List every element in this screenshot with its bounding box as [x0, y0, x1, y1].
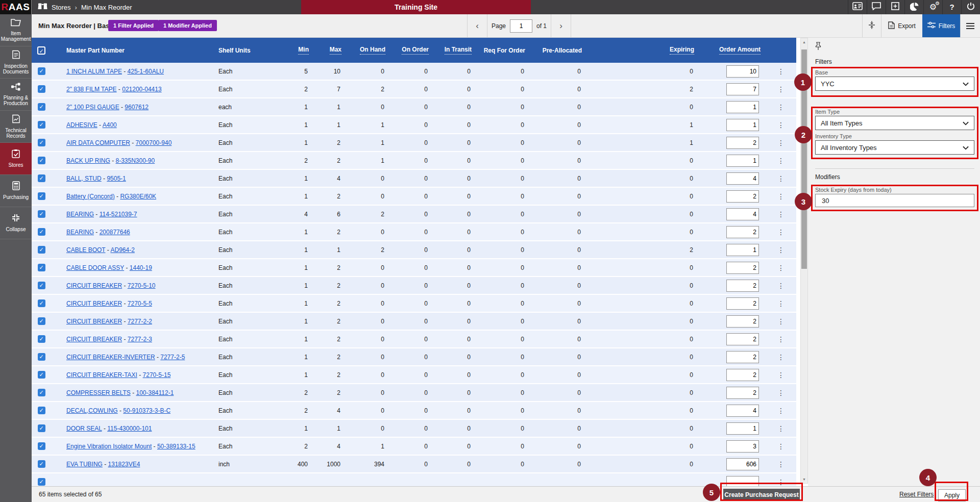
- order-amount-input[interactable]: [726, 262, 759, 274]
- order-amount-input[interactable]: [726, 440, 759, 453]
- topbar-icon-button[interactable]: ⚙⚙: [923, 0, 942, 14]
- column-header-max[interactable]: Max: [314, 46, 347, 55]
- row-checkbox[interactable]: ✓: [38, 103, 45, 111]
- part-name-link[interactable]: BEARING: [66, 211, 94, 218]
- order-amount-input[interactable]: [726, 172, 759, 185]
- row-menu-icon[interactable]: ⋮: [766, 192, 796, 200]
- row-menu-icon[interactable]: ⋮: [766, 210, 796, 218]
- order-amount-input[interactable]: [726, 190, 759, 203]
- part-name-link[interactable]: 2" 838 FILM TAPE: [66, 86, 117, 93]
- part-name-link[interactable]: 1 INCH ALUM TAPE: [66, 68, 122, 75]
- part-number-link[interactable]: A400: [103, 121, 117, 129]
- collapse-rows-button[interactable]: [862, 14, 881, 37]
- row-menu-icon[interactable]: ⋮: [766, 442, 796, 450]
- row-menu-icon[interactable]: ⋮: [766, 246, 796, 254]
- row-menu-icon[interactable]: ⋮: [766, 103, 796, 111]
- part-name-link[interactable]: BALL, STUD: [66, 175, 102, 182]
- pin-icon[interactable]: [815, 42, 821, 53]
- row-checkbox[interactable]: ✓: [38, 335, 45, 343]
- create-purchase-request-button[interactable]: Create Purchase Request: [723, 489, 800, 501]
- scrollbar-thumb[interactable]: [801, 49, 807, 269]
- next-page-button[interactable]: ›: [551, 21, 571, 31]
- part-name-link[interactable]: BEARING: [66, 229, 94, 236]
- order-amount-input[interactable]: [726, 208, 759, 220]
- column-header-master_part_number[interactable]: Master Part Number: [51, 47, 214, 54]
- order-amount-input[interactable]: [726, 405, 759, 417]
- part-number-link[interactable]: 021200-04413: [122, 86, 161, 93]
- part-number-link[interactable]: 9607612: [125, 104, 149, 111]
- part-number-link[interactable]: 7270-5-5: [128, 300, 152, 307]
- part-name-link[interactable]: ADHESIVE: [66, 121, 97, 129]
- part-number-link[interactable]: 200877646: [100, 229, 130, 236]
- row-checkbox[interactable]: ✓: [38, 121, 45, 129]
- part-name-link[interactable]: DOOR SEAL: [66, 425, 102, 432]
- prev-page-button[interactable]: ‹: [468, 21, 487, 31]
- part-number-link[interactable]: RG380E/60K: [120, 193, 156, 200]
- order-amount-input[interactable]: [726, 101, 759, 113]
- breadcrumb-section[interactable]: Stores: [52, 4, 71, 11]
- row-checkbox[interactable]: ✓: [38, 460, 45, 468]
- part-name-link[interactable]: CIRCUIT BREAKER: [66, 318, 122, 325]
- row-checkbox[interactable]: ✓: [38, 424, 45, 432]
- part-number-link[interactable]: 7270-5-15: [143, 371, 171, 379]
- order-amount-input[interactable]: [726, 351, 759, 363]
- row-checkbox[interactable]: ✓: [38, 246, 45, 254]
- row-checkbox[interactable]: ✓: [38, 139, 45, 146]
- order-amount-input[interactable]: [726, 137, 759, 149]
- column-header-order_amount[interactable]: Order Amount: [699, 46, 766, 55]
- row-menu-icon[interactable]: ⋮: [766, 282, 796, 290]
- row-menu-icon[interactable]: ⋮: [766, 317, 796, 325]
- row-checkbox[interactable]: ✓: [38, 442, 45, 450]
- part-name-link[interactable]: CIRCUIT BREAKER: [66, 300, 122, 307]
- reset-filters-link[interactable]: Reset Filters: [899, 491, 934, 498]
- sidebar-item-technical-records[interactable]: Technical Records: [0, 111, 32, 143]
- row-checkbox[interactable]: ✓: [38, 389, 45, 396]
- part-name-link[interactable]: DECAL,COWLING: [66, 407, 118, 414]
- order-amount-input[interactable]: [726, 280, 759, 292]
- menu-hamburger-icon[interactable]: [960, 14, 980, 37]
- row-checkbox[interactable]: ✓: [38, 353, 45, 361]
- topbar-icon-button[interactable]: ?: [942, 0, 961, 14]
- row-menu-icon[interactable]: ⋮: [766, 139, 796, 147]
- order-amount-input[interactable]: [726, 333, 759, 345]
- page-number-input[interactable]: [510, 19, 532, 33]
- sidebar-item-purchasing[interactable]: Purchasing: [0, 175, 32, 207]
- part-name-link[interactable]: CABLE BOOT: [66, 246, 105, 254]
- select-all-checkbox[interactable]: ✓: [37, 46, 45, 55]
- row-menu-icon[interactable]: ⋮: [766, 228, 796, 236]
- row-menu-icon[interactable]: ⋮: [766, 85, 796, 93]
- sidebar-item-collapse[interactable]: Collapse: [0, 207, 32, 239]
- part-name-link[interactable]: AIR DATA COMPUTER: [66, 139, 130, 146]
- order-amount-input[interactable]: [726, 387, 759, 399]
- part-name-link[interactable]: CIRCUIT BREAKER-TAXI: [66, 371, 137, 379]
- topbar-icon-button[interactable]: [848, 0, 867, 14]
- part-number-link[interactable]: 8-335N300-90: [115, 157, 155, 164]
- part-number-link[interactable]: 425-1-60ALU: [128, 68, 164, 75]
- stock-expiry-input[interactable]: 30: [815, 194, 974, 207]
- topbar-icon-button[interactable]: [867, 0, 886, 14]
- row-checkbox[interactable]: ✓: [38, 282, 45, 289]
- order-amount-input[interactable]: [726, 244, 759, 256]
- part-name-link[interactable]: Engine Vibration Isolator Mount: [66, 443, 152, 450]
- order-amount-input[interactable]: [726, 155, 759, 167]
- part-number-link[interactable]: 7270-5-10: [128, 282, 156, 289]
- column-header-req_for_order[interactable]: Req For Order: [477, 47, 530, 54]
- vertical-scrollbar[interactable]: ▲ ▼: [800, 38, 808, 484]
- order-amount-input[interactable]: [726, 119, 759, 131]
- part-number-link[interactable]: 131823VE4: [108, 461, 140, 468]
- column-header-expiring[interactable]: Expiring: [587, 46, 699, 55]
- part-number-link[interactable]: 115-430000-101: [107, 425, 152, 432]
- column-header-min[interactable]: Min: [283, 46, 314, 55]
- part-number-link[interactable]: 114-521039-7: [100, 211, 137, 218]
- topbar-icon-button[interactable]: [886, 0, 904, 14]
- part-number-link[interactable]: 7277-2-5: [160, 354, 185, 361]
- sidebar-item-item-management[interactable]: Item Management: [0, 14, 32, 46]
- order-amount-input[interactable]: [726, 422, 759, 435]
- row-menu-icon[interactable]: ⋮: [766, 424, 796, 433]
- column-header-on_hand[interactable]: On Hand: [347, 46, 390, 55]
- row-menu-icon[interactable]: ⋮: [766, 174, 796, 183]
- row-checkbox[interactable]: ✓: [38, 67, 45, 75]
- row-menu-icon[interactable]: ⋮: [766, 353, 796, 361]
- row-checkbox[interactable]: ✓: [38, 192, 45, 200]
- row-checkbox[interactable]: ✓: [38, 317, 45, 325]
